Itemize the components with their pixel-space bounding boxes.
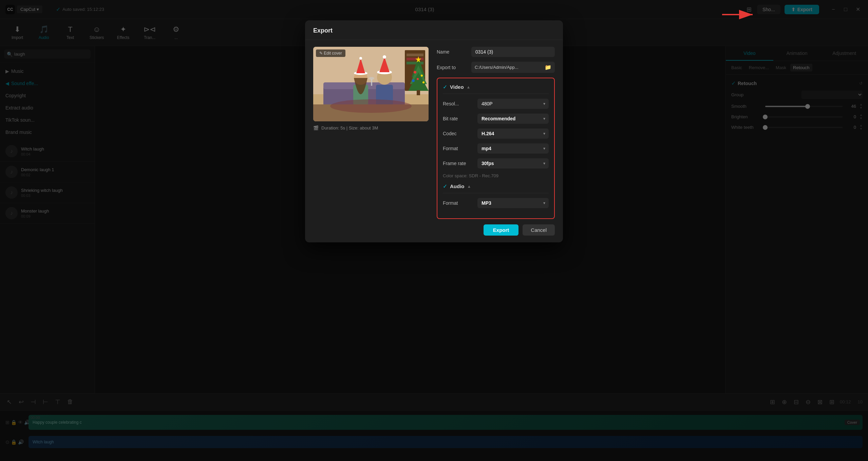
audio-section-header: ✓ Audio ▲ xyxy=(443,183,549,193)
framerate-row: Frame rate 24fps25fps30fps 50fps60fps ▾ xyxy=(443,158,549,168)
svg-rect-30 xyxy=(371,79,372,86)
folder-browse-button[interactable]: 📁 xyxy=(541,62,555,73)
color-space-info: Color space: SDR - Rec.709 xyxy=(443,173,549,178)
modal-overlay: Export xyxy=(0,0,868,461)
svg-point-33 xyxy=(330,99,412,113)
export-to-row: Export to 📁 xyxy=(437,62,555,73)
svg-point-12 xyxy=(414,71,416,74)
name-input[interactable] xyxy=(471,47,555,57)
export-to-input[interactable] xyxy=(471,62,541,72)
modal-title: Export xyxy=(305,20,563,40)
audio-format-select-wrap: AACMP3 ▾ xyxy=(477,198,549,208)
preview-metadata: 🎬 Duration: 5s | Size: about 3M xyxy=(313,125,429,131)
name-row: Name xyxy=(437,47,555,57)
bitrate-select[interactable]: LowRecommendedHigh xyxy=(477,114,549,124)
format-select[interactable]: mp4movavi xyxy=(477,143,549,154)
export-preview: ✎ Edit cover 🎬 Duration: 5s | Size: abou… xyxy=(313,47,429,236)
bitrate-row: Bit rate LowRecommendedHigh ▾ xyxy=(443,114,549,124)
audio-format-select[interactable]: AACMP3 xyxy=(477,198,549,208)
resolution-select-wrap: 240P360P480P 720P1080P2K4K ▾ xyxy=(477,99,549,109)
video-section-header: ✓ Video ▲ xyxy=(443,84,549,94)
svg-point-28 xyxy=(359,57,362,60)
audio-check-icon: ✓ xyxy=(443,183,447,189)
codec-select-wrap: H.264H.265ProRes ▾ xyxy=(477,128,549,139)
svg-point-13 xyxy=(421,75,423,77)
format-row: Format mp4movavi ▾ xyxy=(443,143,549,154)
export-confirm-button[interactable]: Export xyxy=(484,224,519,236)
video-check-icon: ✓ xyxy=(443,84,447,90)
resolution-row: Resol... 240P360P480P 720P1080P2K4K ▾ xyxy=(443,99,549,109)
svg-point-15 xyxy=(412,79,415,82)
svg-point-23 xyxy=(383,55,386,59)
svg-point-14 xyxy=(417,78,419,80)
svg-rect-7 xyxy=(407,62,423,64)
film-icon: 🎬 xyxy=(313,125,319,131)
modal-body: ✎ Edit cover 🎬 Duration: 5s | Size: abou… xyxy=(305,40,563,242)
export-form: Name Export to 📁 ✓ Video ▲ xyxy=(437,47,555,236)
audio-section-arrow: ▲ xyxy=(467,184,471,189)
preview-svg xyxy=(313,47,429,121)
export-settings-section: ✓ Video ▲ Resol... 240P360P480P 720P1080… xyxy=(437,78,555,219)
bitrate-select-wrap: LowRecommendedHigh ▾ xyxy=(477,114,549,124)
framerate-select-wrap: 24fps25fps30fps 50fps60fps ▾ xyxy=(477,158,549,168)
audio-format-row: Format AACMP3 ▾ xyxy=(443,198,549,208)
resolution-select[interactable]: 240P360P480P 720P1080P2K4K xyxy=(477,99,549,109)
svg-rect-5 xyxy=(407,54,423,56)
svg-rect-11 xyxy=(417,90,420,95)
cancel-button[interactable]: Cancel xyxy=(523,224,555,236)
export-to-input-wrap: 📁 xyxy=(471,62,555,73)
preview-image: ✎ Edit cover xyxy=(313,47,429,121)
video-section-arrow: ▲ xyxy=(467,85,471,89)
format-select-wrap: mp4movavi ▾ xyxy=(477,143,549,154)
svg-point-31 xyxy=(369,77,374,80)
codec-row: Codec H.264H.265ProRes ▾ xyxy=(443,128,549,139)
svg-point-16 xyxy=(422,81,424,83)
export-dialog: Export xyxy=(305,20,563,242)
modal-action-buttons: Export Cancel xyxy=(437,224,555,236)
codec-select[interactable]: H.264H.265ProRes xyxy=(477,128,549,139)
framerate-select[interactable]: 24fps25fps30fps 50fps60fps xyxy=(477,158,549,168)
edit-cover-button[interactable]: ✎ Edit cover xyxy=(316,49,345,57)
